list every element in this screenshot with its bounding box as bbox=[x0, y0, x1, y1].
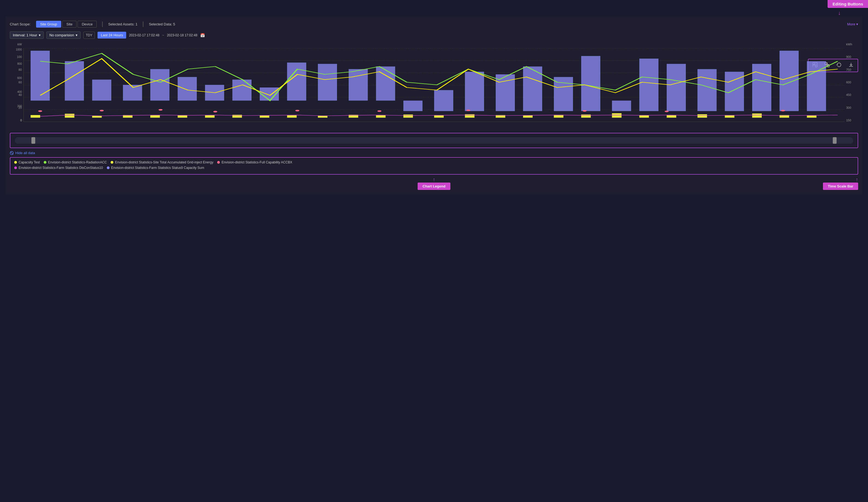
chart-legend-arrow: ↑ bbox=[417, 177, 451, 183]
svg-rect-9 bbox=[177, 77, 197, 101]
svg-rect-29 bbox=[752, 64, 771, 111]
y2-label-1000: 1000 bbox=[16, 48, 22, 51]
editing-buttons-annotation: Editing Buttons bbox=[828, 0, 868, 8]
svg-rect-24 bbox=[612, 101, 631, 111]
date-separator: ~ bbox=[162, 33, 164, 37]
svg-rect-8 bbox=[150, 69, 169, 101]
right-annotation-area: ↑ Time Scale Bar bbox=[451, 177, 858, 190]
svg-rect-45 bbox=[403, 114, 413, 118]
chart-svg bbox=[24, 48, 845, 122]
legend-label-farm-status9: Envision-district Statistics-Farm Statis… bbox=[111, 166, 204, 170]
date-end: 2023-02-18 17:02:48 bbox=[167, 33, 197, 37]
y-label-r750: 750 bbox=[846, 68, 851, 71]
scope-btn-device[interactable]: Device bbox=[78, 21, 97, 28]
interval-label: Interval: 1 Hour bbox=[13, 33, 37, 37]
y-label-r600: 600 bbox=[846, 81, 851, 84]
timescale-track[interactable] bbox=[15, 137, 853, 144]
y-label-r150: 150 bbox=[846, 119, 851, 122]
more-link[interactable]: More ▾ bbox=[847, 22, 858, 26]
interval-select[interactable]: Interval: 1 Hour ▾ bbox=[10, 31, 44, 39]
header-row: Chart Scope: Site Group Site Device Sele… bbox=[10, 21, 858, 28]
svg-point-68 bbox=[664, 111, 669, 112]
legend-item-farm-discon[interactable]: Envision-district Statistics-Farm Statis… bbox=[14, 166, 103, 170]
chart-legend-annotation: Chart Legend bbox=[417, 183, 451, 190]
svg-rect-23 bbox=[581, 56, 600, 111]
y2-label-400: 400 bbox=[17, 91, 22, 93]
calendar-icon[interactable]: 📅 bbox=[200, 33, 205, 38]
svg-rect-34 bbox=[92, 116, 102, 118]
scope-btn-site-group[interactable]: Site Group bbox=[36, 21, 61, 28]
legend-item-farm-status9[interactable]: Envision-district Statistics-Farm Statis… bbox=[107, 166, 204, 170]
svg-rect-57 bbox=[752, 113, 762, 117]
legend-item-radiation[interactable]: Envision-district Statistics-RadiationAC… bbox=[44, 161, 107, 164]
chart-legend-annotation-area: ↑ Chart Legend bbox=[417, 177, 451, 190]
svg-rect-52 bbox=[612, 113, 622, 117]
selected-data: Selected Data: 5 bbox=[149, 22, 175, 26]
svg-rect-6 bbox=[92, 80, 111, 101]
svg-rect-13 bbox=[287, 63, 306, 101]
svg-rect-11 bbox=[232, 80, 251, 101]
svg-rect-15 bbox=[349, 69, 368, 101]
selected-assets: Selected Assets: 1 bbox=[108, 22, 137, 26]
hide-all-label: Hide all data bbox=[15, 151, 35, 155]
svg-point-66 bbox=[466, 110, 470, 111]
svg-rect-18 bbox=[434, 90, 453, 111]
svg-rect-5 bbox=[65, 61, 84, 101]
timescale-annotation-area: ↑ Time Scale Bar bbox=[823, 177, 858, 190]
svg-point-63 bbox=[213, 111, 217, 113]
timescale-container bbox=[10, 133, 858, 148]
svg-line-71 bbox=[10, 152, 13, 154]
tdy-button[interactable]: TDY bbox=[83, 32, 95, 39]
legend-label-grid-inject: Envision-district Statistics-Site Total … bbox=[115, 161, 213, 164]
svg-rect-55 bbox=[698, 114, 707, 117]
legend-item-full-capability[interactable]: Envision-district Statistics-Full Capabi… bbox=[217, 161, 292, 164]
comparison-select[interactable]: No comparision ▾ bbox=[46, 31, 81, 39]
svg-rect-27 bbox=[698, 69, 717, 111]
y2-label-800: 800 bbox=[17, 62, 22, 65]
y-unit-left: kW bbox=[18, 43, 22, 46]
legend-dot-farm-status9 bbox=[107, 166, 110, 169]
y2-label-600: 600 bbox=[17, 76, 22, 80]
svg-point-65 bbox=[378, 110, 382, 112]
y-label-r450: 450 bbox=[846, 93, 851, 96]
chart-wrapper: kW 100 80 60 40 20 0 kWh 900 750 600 450… bbox=[10, 43, 858, 130]
y-label-r900: 900 bbox=[846, 55, 851, 59]
legend-dot-capacity-test bbox=[14, 161, 17, 164]
svg-rect-41 bbox=[287, 115, 297, 118]
legend-label-capacity-test: Capacsity Test bbox=[19, 161, 40, 164]
left-spacer bbox=[10, 177, 417, 190]
svg-point-60 bbox=[38, 110, 42, 112]
svg-rect-17 bbox=[403, 101, 423, 111]
timescale-thumb-left[interactable] bbox=[31, 137, 35, 144]
legend-row-2: Envision-district Statistics-Farm Statis… bbox=[14, 166, 854, 170]
scope-buttons: Site Group Site Device bbox=[36, 21, 97, 28]
svg-rect-19 bbox=[465, 72, 484, 111]
y-label-r300: 300 bbox=[846, 106, 851, 109]
main-container: Chart Scope: Site Group Site Device Sele… bbox=[6, 17, 862, 194]
hide-eye-icon bbox=[10, 151, 14, 155]
svg-rect-31 bbox=[807, 61, 826, 111]
svg-point-69 bbox=[781, 110, 785, 112]
svg-point-62 bbox=[158, 109, 163, 111]
svg-point-67 bbox=[582, 110, 587, 112]
last24-button[interactable]: Last 24 Hours bbox=[97, 32, 126, 39]
scope-btn-site[interactable]: Site bbox=[62, 21, 76, 28]
separator-1 bbox=[102, 22, 103, 27]
hide-all-data-row[interactable]: Hide all data bbox=[10, 151, 858, 155]
svg-rect-33 bbox=[65, 114, 74, 117]
bottom-annotations: ↑ Chart Legend ↑ Time Scale Bar bbox=[10, 177, 858, 190]
legend-row-1: Capacsity Test Envision-district Statist… bbox=[14, 161, 854, 164]
legend-item-capacity-test[interactable]: Capacsity Test bbox=[14, 161, 40, 164]
svg-rect-36 bbox=[150, 115, 160, 118]
svg-point-64 bbox=[295, 110, 299, 112]
legend-item-grid-inject[interactable]: Envision-district Statistics-Site Total … bbox=[111, 161, 213, 164]
svg-rect-14 bbox=[318, 64, 337, 101]
svg-rect-49 bbox=[523, 115, 533, 118]
timescale-thumb-right[interactable] bbox=[833, 137, 837, 144]
interval-chevron: ▾ bbox=[39, 33, 41, 37]
svg-rect-25 bbox=[639, 59, 659, 111]
date-start: 2023-02-17 17:02:48 bbox=[129, 33, 159, 37]
legend-label-radiation: Envision-district Statistics-RadiationAC… bbox=[48, 161, 107, 164]
svg-rect-51 bbox=[581, 114, 591, 118]
chart-scope-label: Chart Scope: bbox=[10, 22, 31, 26]
